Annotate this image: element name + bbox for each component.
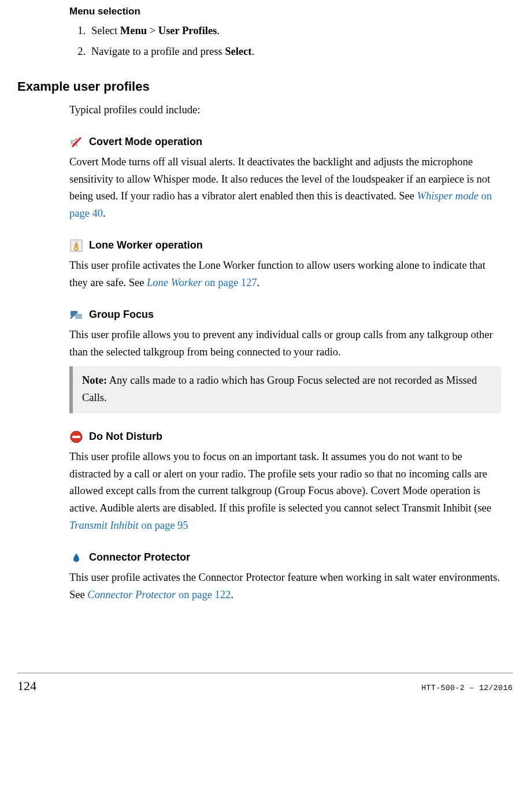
menu-selection-steps: 1. Select Menu > User Profiles. 2. Navig… bbox=[69, 23, 501, 60]
lone-body: This user profile activates the Lone Wor… bbox=[69, 257, 501, 291]
lone-worker-icon bbox=[69, 239, 83, 253]
conn-body: This user profile activates the Connecto… bbox=[69, 569, 501, 603]
dnd-body: This user profile allows you to focus on… bbox=[69, 448, 501, 534]
step-text: Navigate to a profile and press Select. bbox=[91, 43, 254, 61]
link-connector-protector[interactable]: Connector Protector on page 122 bbox=[87, 589, 231, 600]
note-label: Note: bbox=[82, 375, 107, 386]
page-number: 124 bbox=[17, 676, 36, 696]
intro-text: Typical profiles could include: bbox=[69, 102, 501, 119]
do-not-disturb-icon bbox=[69, 430, 83, 444]
heading-text: Connector Protector bbox=[89, 549, 190, 566]
heading-example-user-profiles: Example user profiles bbox=[17, 76, 501, 97]
heading-covert-mode: Covert Mode operation bbox=[69, 134, 501, 150]
heading-connector-protector: Connector Protector bbox=[69, 549, 501, 566]
group-body: This user profile allows you to prevent … bbox=[69, 327, 501, 361]
link-transmit-inhibit[interactable]: Transmit Inhibit on page 95 bbox=[69, 520, 188, 531]
heading-text: Do Not Disturb bbox=[89, 428, 162, 445]
svg-rect-8 bbox=[72, 436, 80, 438]
document-id: HTT-500-2 – 12/2016 bbox=[421, 683, 513, 695]
link-lone-worker[interactable]: Lone Worker on page 127 bbox=[147, 277, 257, 288]
page-content: Menu selection 1. Select Menu > User Pro… bbox=[69, 0, 501, 603]
heading-lone-worker: Lone Worker operation bbox=[69, 237, 501, 254]
heading-group-focus: Group Focus bbox=[69, 306, 501, 323]
step-2: 2. Navigate to a profile and press Selec… bbox=[69, 43, 501, 61]
heading-text: Covert Mode operation bbox=[89, 134, 202, 150]
step-number: 2. bbox=[69, 43, 86, 61]
step-text: Select Menu > User Profiles. bbox=[91, 23, 220, 40]
group-focus-icon bbox=[69, 308, 83, 322]
heading-menu-selection: Menu selection bbox=[69, 3, 501, 19]
note-group-focus: Note: Any calls made to a radio which ha… bbox=[69, 366, 501, 413]
heading-do-not-disturb: Do Not Disturb bbox=[69, 428, 501, 445]
covert-body: Covert Mode turns off all visual alerts.… bbox=[69, 154, 501, 222]
heading-text: Group Focus bbox=[89, 306, 154, 323]
speaker-muted-icon bbox=[69, 135, 83, 149]
page-footer: 124 HTT-500-2 – 12/2016 bbox=[17, 673, 513, 702]
note-text: Any calls made to a radio which has Grou… bbox=[82, 375, 477, 403]
step-1: 1. Select Menu > User Profiles. bbox=[69, 23, 501, 40]
water-drop-icon bbox=[69, 551, 83, 565]
step-number: 1. bbox=[69, 23, 86, 40]
heading-text: Lone Worker operation bbox=[89, 237, 203, 254]
svg-rect-5 bbox=[75, 314, 82, 319]
